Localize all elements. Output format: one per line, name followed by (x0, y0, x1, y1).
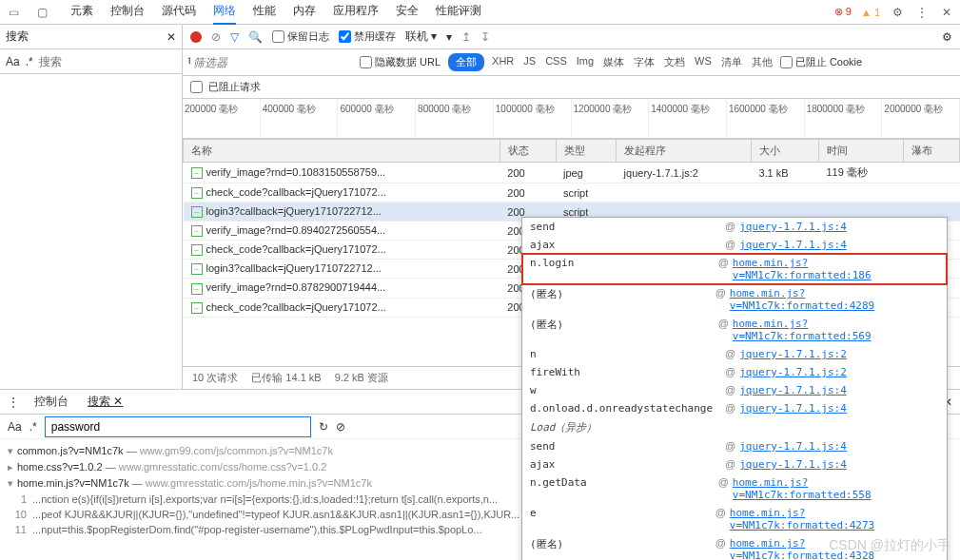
download-icon[interactable]: ↧ (480, 30, 490, 44)
filter-all[interactable]: 全部 (448, 53, 484, 71)
stack-frame[interactable]: ajax@jquery-1.7.1.js:4 (522, 455, 947, 473)
tab-6[interactable]: 应用程序 (333, 0, 379, 25)
drawer-menu-icon[interactable]: ⋮ (8, 396, 19, 409)
filter-type[interactable]: CSS (545, 55, 567, 69)
search-icon[interactable]: 🔍 (248, 30, 263, 44)
upload-icon[interactable]: ↥ (461, 30, 471, 44)
blocked-row: 已阻止请求 (183, 76, 960, 99)
disable-cache-checkbox[interactable]: 禁用缓存 (339, 29, 396, 44)
stack-frame[interactable]: send@jquery-1.7.1.js:4 (522, 218, 947, 236)
tab-1[interactable]: 控制台 (110, 0, 145, 25)
search-input-row: Aa .* ↻ ✕ (0, 49, 182, 74)
toolbar-right: ⊗ 9 ▲ 1 ⚙ ⋮ ✕ (834, 5, 954, 20)
tab-3[interactable]: 网络 (213, 0, 236, 25)
drawer-search-input[interactable] (45, 416, 311, 437)
stack-frame[interactable]: n@jquery-1.7.1.js:2 (522, 345, 947, 363)
summary-requests: 10 次请求 (192, 371, 238, 385)
close-icon[interactable]: ✕ (939, 5, 954, 20)
stack-frame[interactable]: w@jquery-1.7.1.js:4 (522, 381, 947, 399)
tab-8[interactable]: 性能评测 (436, 0, 481, 25)
timeline-tick: 1400000 毫秒 (649, 99, 727, 138)
inspect-icon[interactable]: ▭ (6, 5, 21, 20)
throttle-select[interactable]: ▾ (446, 30, 452, 44)
stack-frame[interactable]: fireWith@jquery-1.7.1.js:2 (522, 363, 947, 381)
filter-type[interactable]: 媒体 (603, 55, 624, 69)
tab-0[interactable]: 元素 (70, 0, 93, 25)
tab-7[interactable]: 安全 (396, 0, 419, 25)
column-header[interactable]: 时间 (818, 140, 903, 163)
filter-types: XHRJSCSSImg媒体字体文档WS清单其他 (492, 55, 773, 69)
filter-type[interactable]: WS (695, 55, 712, 69)
stack-frame[interactable]: (匿名)@home.min.js?v=NM1c7k:formatted:569 (522, 315, 947, 345)
column-header[interactable]: 类型 (556, 140, 617, 163)
gear-icon[interactable]: ⚙ (890, 5, 905, 20)
search-header: 搜索 ✕ (0, 25, 182, 49)
refresh-icon[interactable]: ↻ (319, 420, 328, 434)
filter-type[interactable]: Img (577, 55, 594, 69)
timeline-tick: 600000 毫秒 (338, 99, 416, 138)
search-input[interactable] (39, 55, 182, 68)
blocked-requests-checkbox[interactable] (190, 81, 203, 93)
filter-type[interactable]: XHR (492, 55, 514, 69)
timeline-tick: 1000000 毫秒 (494, 99, 572, 138)
stack-frame[interactable]: n.login@home.min.js?v=NM1c7k:formatted:1… (522, 254, 947, 284)
record-icon[interactable] (190, 31, 202, 43)
preserve-log-checkbox[interactable]: 保留日志 (272, 29, 329, 44)
filter-type[interactable]: JS (523, 55, 536, 69)
regex-icon[interactable]: .* (29, 420, 37, 434)
column-header[interactable]: 状态 (500, 140, 556, 163)
case-icon[interactable]: Aa (8, 420, 22, 434)
stack-frame[interactable]: d.onload.d.onreadystatechange@jquery-1.7… (522, 399, 947, 417)
devtools-tabs: 元素控制台源代码网络性能内存应用程序安全性能评测 (70, 0, 481, 25)
filter-icon[interactable]: ▽ (230, 30, 239, 44)
cancel-icon[interactable]: ⊘ (336, 420, 345, 434)
stack-frame[interactable]: send@jquery-1.7.1.js:4 (522, 437, 947, 455)
timeline-tick: 2000000 毫秒 (882, 99, 960, 138)
kebab-icon[interactable]: ⋮ (914, 5, 930, 20)
filter-input[interactable] (190, 53, 352, 72)
filter-type[interactable]: 字体 (634, 55, 655, 69)
tab-5[interactable]: 内存 (293, 0, 316, 25)
column-header[interactable]: 瀑布 (904, 140, 960, 163)
online-select[interactable]: 联机 ▾ (405, 29, 437, 45)
case-icon[interactable]: Aa (6, 55, 20, 68)
stack-frame[interactable]: e@home.min.js?v=NM1c7k:formatted:4273 (522, 504, 947, 534)
timeline-tick: 800000 毫秒 (416, 99, 494, 138)
main-toolbar: ▭ ▢ 元素控制台源代码网络性能内存应用程序安全性能评测 ⊗ 9 ▲ 1 ⚙ ⋮… (0, 0, 960, 25)
watermark: CSDN @拉灯的小手 (829, 537, 950, 554)
drawer-tab-search[interactable]: 搜索 ✕ (84, 392, 127, 412)
gear-icon[interactable]: ⚙ (942, 30, 952, 44)
filter-type[interactable]: 清单 (721, 55, 742, 69)
timeline[interactable]: 200000 毫秒400000 毫秒600000 毫秒800000 毫秒1000… (183, 99, 960, 139)
filter-row: 隐藏数据 URL 全部 XHRJSCSSImg媒体字体文档WS清单其他 已阻止 … (183, 49, 960, 76)
stack-frame[interactable]: n.getData@home.min.js?v=NM1c7k:formatted… (522, 473, 947, 504)
timeline-tick: 1600000 毫秒 (727, 99, 805, 138)
stack-frame[interactable]: (匿名)@home.min.js?v=NM1c7k:formatted:4289 (522, 284, 947, 315)
warning-badge[interactable]: ▲ 1 (861, 7, 880, 18)
stack-separator: Load（异步） (522, 417, 947, 437)
filter-type[interactable]: 其他 (752, 55, 773, 69)
initiator-stack-popup: send@jquery-1.7.1.js:4ajax@jquery-1.7.1.… (521, 217, 948, 560)
column-header[interactable]: 大小 (751, 140, 818, 163)
stop-icon[interactable]: ⊘ (211, 30, 221, 44)
blocked-cookie-checkbox[interactable]: 已阻止 Cookie (780, 55, 862, 69)
table-row[interactable]: –check_code?callback=jQuery171072...200s… (184, 183, 960, 203)
timeline-tick: 200000 毫秒 (183, 99, 261, 138)
filter-type[interactable]: 文档 (664, 55, 685, 69)
summary-resources: 9.2 kB 资源 (335, 371, 388, 385)
hide-data-checkbox[interactable]: 隐藏数据 URL (360, 55, 441, 69)
tab-2[interactable]: 源代码 (162, 0, 196, 25)
blocked-label: 已阻止请求 (208, 80, 261, 94)
device-icon[interactable]: ▢ (34, 5, 49, 20)
table-row[interactable]: –verify_image?rnd=0.1083150558759...200j… (184, 163, 960, 183)
summary-transferred: 已传输 14.1 kB (251, 371, 321, 385)
drawer-tab-console[interactable]: 控制台 (30, 392, 72, 412)
clear-icon[interactable]: ✕ (167, 30, 176, 44)
column-header[interactable]: 发起程序 (617, 140, 752, 163)
timeline-tick: 1200000 毫秒 (572, 99, 650, 138)
error-badge[interactable]: ⊗ 9 (834, 6, 852, 18)
regex-icon[interactable]: .* (26, 55, 33, 68)
stack-frame[interactable]: ajax@jquery-1.7.1.js:4 (522, 236, 947, 254)
tab-4[interactable]: 性能 (253, 0, 276, 25)
column-header[interactable]: 名称 (184, 140, 500, 163)
